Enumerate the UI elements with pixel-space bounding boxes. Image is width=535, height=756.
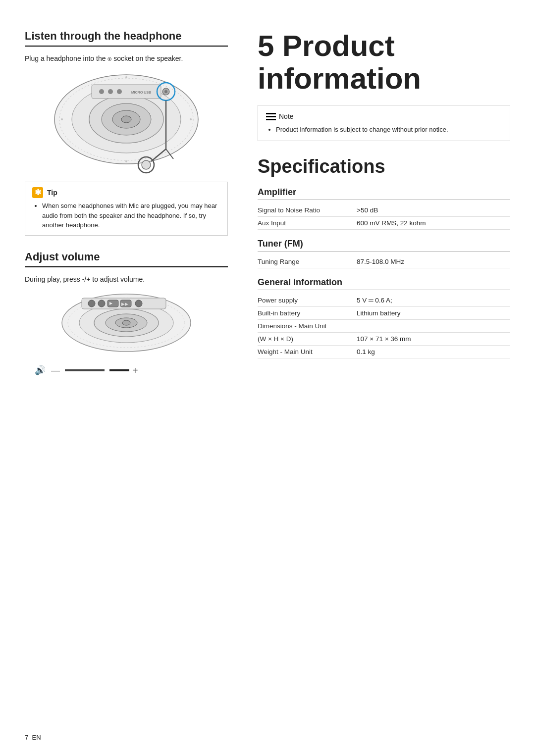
- volume-minus: —: [49, 365, 60, 376]
- adjust-volume-body: During play, press -/+ to adjust volume.: [25, 274, 228, 285]
- tip-item: When some headphones with Mic are plugge…: [42, 201, 220, 230]
- page-number: 7: [25, 734, 28, 741]
- tip-icon: ✱: [32, 187, 43, 198]
- volume-line: [65, 369, 105, 371]
- spec-row-aux: Aux Input 600 mV RMS, 22 kohm: [258, 217, 510, 230]
- volume-line-filled: [109, 369, 129, 371]
- svg-point-23: [125, 160, 127, 162]
- spec-row-power: Power supply 5 V ═ 0.6 A;: [258, 294, 510, 307]
- general-title: General information: [258, 277, 510, 290]
- spec-value-battery: Lithium battery: [357, 309, 401, 317]
- chapter-title-block: 5 Productinformation: [258, 30, 510, 95]
- tip-list: When some headphones with Mic are plugge…: [32, 201, 220, 230]
- adjust-volume-section: Adjust volume During play, press -/+ to …: [25, 251, 228, 376]
- specifications-title: Specifications: [258, 156, 510, 177]
- tip-box: ✱ Tip When some headphones with Mic are …: [25, 182, 228, 236]
- spec-row-snr: Signal to Noise Ratio >50 dB: [258, 204, 510, 217]
- svg-point-36: [135, 300, 142, 307]
- page-footer: 7 EN: [25, 734, 41, 741]
- page-lang: EN: [32, 734, 41, 741]
- svg-point-18: [142, 160, 151, 169]
- svg-rect-34: [107, 300, 118, 307]
- spec-row-battery: Built-in battery Lithium battery: [258, 307, 510, 320]
- tip-header: ✱ Tip: [32, 187, 220, 198]
- svg-point-10: [117, 89, 122, 94]
- speaker-diagram-svg: MICRO USB: [47, 70, 206, 174]
- svg-point-32: [88, 300, 95, 307]
- spec-label-aux: Aux Input: [258, 219, 357, 227]
- note-lines-icon: [266, 113, 276, 120]
- spec-label-dimensions-main: Dimensions - Main Unit: [258, 322, 357, 330]
- note-label: Note: [279, 111, 294, 122]
- spec-label-snr: Signal to Noise Ratio: [258, 206, 357, 214]
- spec-row-tuning: Tuning Range 87.5-108.0 MHz: [258, 255, 510, 268]
- spec-value-aux: 600 mV RMS, 22 kohm: [357, 219, 426, 227]
- speaker-small-svg: ▶▶: [52, 291, 201, 360]
- note-box: Note Product information is subject to c…: [258, 105, 510, 141]
- volume-bar: 🔊 — +: [35, 365, 228, 376]
- svg-point-20: [61, 118, 63, 120]
- svg-text:▶▶: ▶▶: [121, 302, 128, 306]
- note-list: Product information is subject to change…: [266, 125, 502, 135]
- headphone-body: Plug a headphone into the ⍟ socket on th…: [25, 53, 228, 64]
- spec-value-dimensions-whd: 107 × 71 × 36 mm: [357, 335, 411, 343]
- svg-point-13: [164, 90, 167, 93]
- spec-value-power: 5 V ═ 0.6 A;: [357, 297, 392, 304]
- svg-point-30: [122, 320, 130, 325]
- general-section: General information Power supply 5 V ═ 0…: [258, 277, 510, 358]
- spec-value-snr: >50 dB: [357, 206, 378, 214]
- speaker-headphone-illustration: MICRO USB: [25, 70, 228, 174]
- note-item: Product information is subject to change…: [276, 125, 502, 135]
- spec-label-tuning: Tuning Range: [258, 258, 357, 265]
- spec-row-dimensions-label: Dimensions - Main Unit: [258, 320, 510, 333]
- chapter-heading: 5 Productinformation: [258, 30, 510, 95]
- volume-icon: 🔊: [35, 365, 46, 376]
- tuner-section: Tuner (FM) Tuning Range 87.5-108.0 MHz: [258, 239, 510, 268]
- svg-point-9: [108, 89, 113, 94]
- spec-label-dimensions-whd: (W × H × D): [258, 335, 357, 343]
- svg-point-6: [121, 116, 131, 123]
- amplifier-section: Amplifier Signal to Noise Ratio >50 dB A…: [258, 187, 510, 230]
- volume-plus: +: [132, 365, 138, 376]
- note-header: Note: [266, 111, 502, 122]
- svg-point-33: [98, 300, 105, 307]
- spec-label-weight: Weight - Main Unit: [258, 348, 357, 355]
- svg-point-8: [99, 89, 104, 94]
- spec-label-power: Power supply: [258, 297, 357, 304]
- svg-point-22: [125, 76, 127, 78]
- spec-value-tuning: 87.5-108.0 MHz: [357, 258, 404, 265]
- chapter-text: Productinformation: [258, 29, 421, 95]
- spec-value-weight: 0.1 kg: [357, 348, 375, 355]
- spec-row-weight: Weight - Main Unit 0.1 kg: [258, 346, 510, 358]
- tuner-title: Tuner (FM): [258, 239, 510, 252]
- tip-label: Tip: [47, 188, 57, 198]
- headphone-title: Listen through the headphone: [25, 30, 228, 47]
- svg-text:MICRO USB: MICRO USB: [131, 91, 151, 94]
- adjust-volume-title: Adjust volume: [25, 251, 228, 267]
- svg-point-21: [190, 118, 192, 120]
- headphone-section: Listen through the headphone Plug a head…: [25, 30, 228, 236]
- amplifier-title: Amplifier: [258, 187, 510, 200]
- spec-label-battery: Built-in battery: [258, 309, 357, 317]
- chapter-number: 5: [258, 29, 274, 62]
- speaker-volume-illustration: ▶▶: [25, 291, 228, 360]
- spec-row-dimensions-value: (W × H × D) 107 × 71 × 36 mm: [258, 333, 510, 346]
